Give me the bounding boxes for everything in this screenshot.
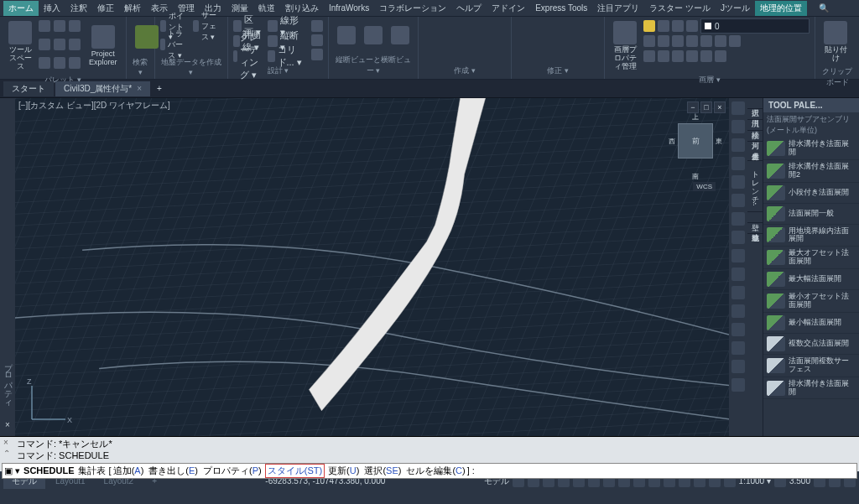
project-explorer-button[interactable]: Project Explorer — [86, 19, 121, 73]
viewport-controls-label[interactable]: [−][カスタム ビュー][2D ワイヤフレーム] — [18, 100, 170, 112]
maximize-icon[interactable]: □ — [700, 101, 712, 113]
nav-icon[interactable] — [731, 212, 745, 226]
nav-icon[interactable] — [731, 341, 745, 355]
command-input[interactable]: ▣ ▾ SCHEDULE 集計表 [ 追加(A)書き出し(E)プロパティ(P)ス… — [2, 463, 857, 479]
tool-palette-item[interactable]: 最小オフセット法面展開 — [763, 290, 859, 313]
tool-palette-item[interactable]: 排水溝付き法面展開 — [763, 377, 859, 400]
layer-icon[interactable] — [686, 20, 698, 32]
menu-jtool[interactable]: Jツール — [716, 1, 755, 16]
tab-drawing[interactable]: Civil3D_属性付与*× — [55, 81, 150, 96]
modify-icon[interactable] — [584, 34, 599, 48]
tab-start[interactable]: スタート — [3, 81, 54, 96]
rotate-icon[interactable] — [534, 19, 549, 33]
zoom-icon[interactable] — [731, 138, 745, 152]
tool-palette-item[interactable]: 複数交点法面展開 — [763, 334, 859, 355]
draw-icon[interactable] — [491, 19, 506, 33]
left-sidebar[interactable]: プロパティ × — [0, 98, 15, 436]
palette-tab[interactable]: 接続 — [747, 120, 763, 131]
modify-icon[interactable] — [584, 19, 599, 33]
nav-icon[interactable] — [731, 304, 745, 318]
nav-icon[interactable] — [731, 360, 745, 373]
command-option[interactable]: セルを編集(C) — [404, 465, 466, 477]
modify-icon[interactable] — [567, 50, 582, 64]
nav-icon[interactable] — [731, 378, 745, 392]
palette-tab[interactable]: 汎用 — [747, 109, 763, 120]
layer-icon[interactable] — [700, 50, 712, 62]
palette-tab[interactable]: 整地造成 — [747, 223, 763, 234]
chevron-icon[interactable]: ⌃ — [3, 449, 10, 458]
stretch-icon[interactable] — [517, 50, 532, 64]
menu-help[interactable]: ヘルプ — [451, 1, 487, 16]
palette-icon[interactable] — [69, 57, 81, 69]
close-icon[interactable]: × — [5, 420, 10, 429]
layer-properties-button[interactable]: 画層プロパティ管理 — [610, 19, 640, 73]
trim-icon[interactable] — [550, 19, 565, 33]
menu-infraworks[interactable]: InfraWorks — [324, 2, 374, 14]
design-icon[interactable] — [311, 49, 323, 60]
draw-icon[interactable] — [491, 34, 506, 48]
scale-icon[interactable] — [534, 50, 549, 64]
command-option[interactable]: 更新(U) — [326, 465, 361, 477]
grading-button[interactable]: グレーディング ▾ — [233, 49, 261, 63]
layer-icon[interactable] — [658, 50, 669, 62]
section-button[interactable] — [388, 19, 413, 53]
command-option[interactable]: スタイル(ST) — [265, 464, 325, 478]
extend-icon[interactable] — [567, 19, 582, 33]
nav-icon[interactable] — [731, 194, 745, 207]
draw-icon[interactable] — [457, 50, 472, 64]
layer-combo[interactable]: 0 — [700, 18, 810, 34]
viewcube[interactable]: 前 上 西 東 南 — [670, 123, 721, 174]
corridor-button[interactable]: コリド... ▾ — [268, 49, 303, 63]
paste-button[interactable]: 貼り付け — [820, 19, 851, 65]
nav-icon[interactable] — [731, 323, 745, 336]
fillet-icon[interactable] — [550, 34, 565, 48]
layer-icon[interactable] — [686, 50, 698, 62]
tab-add[interactable]: + — [152, 82, 167, 95]
profile-view-button[interactable] — [334, 19, 359, 53]
design-icon[interactable] — [311, 34, 323, 46]
showmotion-icon[interactable] — [731, 175, 745, 189]
layer-icon[interactable] — [715, 35, 726, 47]
command-line[interactable]: × ⌃ コマンド: *キャンセル* コマンド: SCHEDULE ▣ ▾ SCH… — [0, 436, 859, 471]
menu-insert[interactable]: 挿入 — [39, 1, 65, 16]
draw-icon[interactable] — [424, 50, 439, 64]
tool-palette-item[interactable]: 用地境界線内法面展開 — [763, 225, 859, 247]
command-option[interactable]: 追加(A) — [112, 465, 146, 477]
toolspace-button[interactable]: ツールスペース — [5, 19, 35, 73]
palette-icon[interactable] — [69, 39, 81, 50]
menu-addins[interactable]: アドイン — [487, 1, 530, 16]
arc-icon[interactable] — [474, 19, 489, 33]
layer-icon[interactable] — [715, 50, 726, 62]
layer-icon[interactable] — [672, 35, 684, 47]
modify-icon[interactable] — [584, 50, 599, 64]
copy-icon[interactable] — [517, 34, 532, 48]
tool-palette-item[interactable]: 法面展開複数サーフェス — [763, 355, 859, 377]
rect-icon[interactable] — [424, 34, 439, 48]
palette-icon[interactable] — [54, 20, 65, 32]
menu-home[interactable]: ホーム — [3, 1, 39, 16]
palette-icon[interactable] — [39, 57, 50, 69]
menu-collaborate[interactable]: コラボレーション — [374, 1, 451, 16]
nav-icon[interactable] — [731, 286, 745, 299]
close-icon[interactable]: × — [714, 101, 726, 113]
pan-icon[interactable] — [731, 120, 745, 133]
layer-icon[interactable] — [672, 50, 684, 62]
array-icon[interactable] — [550, 50, 565, 64]
menu-featured[interactable]: 注目アプリ — [592, 1, 644, 16]
menu-annotate[interactable]: 注釈 — [65, 1, 92, 16]
traverse-button[interactable]: トラバース ▾ — [160, 38, 190, 51]
search-icon[interactable]: 🔍 — [814, 2, 834, 14]
move-icon[interactable] — [517, 19, 532, 33]
palette-icon[interactable] — [54, 57, 65, 69]
palette-icon[interactable] — [39, 20, 50, 32]
section-view-button[interactable] — [361, 19, 386, 53]
tool-palette-item[interactable]: 最小幅法面展開 — [763, 313, 859, 334]
layer-icon[interactable] — [729, 35, 741, 47]
close-icon[interactable]: × — [137, 84, 142, 93]
menu-transparent[interactable]: 割り込み — [280, 1, 324, 16]
menu-express[interactable]: Express Tools — [530, 2, 592, 14]
line-icon[interactable] — [424, 19, 439, 33]
draw-icon[interactable] — [440, 50, 456, 64]
hatch-icon[interactable] — [457, 34, 472, 48]
layer-icon[interactable] — [658, 35, 669, 47]
